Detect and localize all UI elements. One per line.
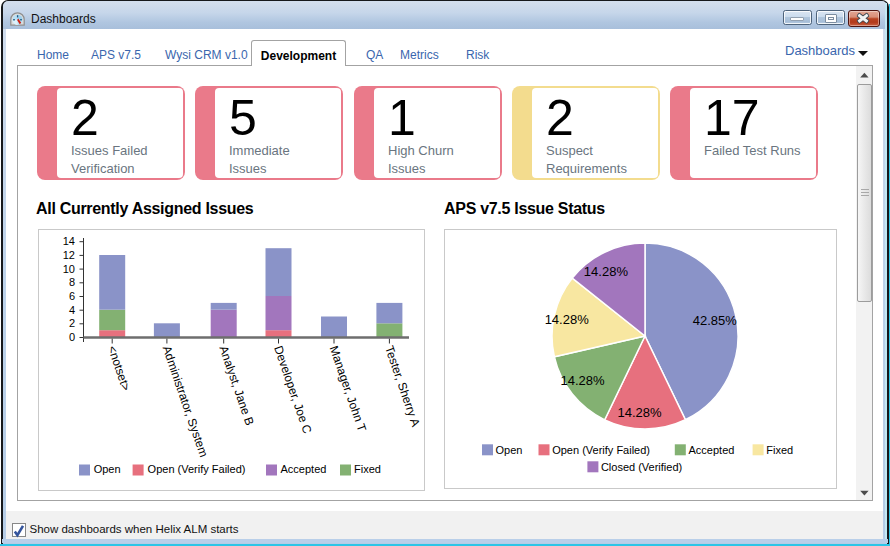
svg-text:Open: Open: [94, 463, 121, 475]
svg-text:Manager, John T: Manager, John T: [327, 344, 370, 434]
svg-text:14.28%: 14.28%: [618, 405, 663, 420]
svg-text:Tester, Sherry A: Tester, Sherry A: [382, 344, 423, 429]
svg-text:Closed (Verified): Closed (Verified): [601, 461, 682, 473]
svg-text:8: 8: [69, 276, 75, 288]
svg-text:10: 10: [63, 263, 75, 275]
svg-text:Open (Verify Failed): Open (Verify Failed): [552, 444, 650, 456]
svg-text:14.28%: 14.28%: [545, 312, 590, 327]
svg-text:Accepted: Accepted: [281, 463, 327, 475]
svg-text:4: 4: [69, 304, 75, 316]
svg-text:Fixed: Fixed: [354, 463, 381, 475]
svg-text:6: 6: [69, 290, 75, 302]
svg-text:14: 14: [63, 235, 75, 247]
svg-text:14.28%: 14.28%: [560, 373, 605, 388]
svg-text:Accepted: Accepted: [689, 444, 735, 456]
svg-text:Open: Open: [496, 444, 523, 456]
svg-text:0: 0: [69, 331, 75, 343]
svg-text:Open (Verify Failed): Open (Verify Failed): [148, 463, 246, 475]
svg-text:12: 12: [63, 249, 75, 261]
svg-text:14.28%: 14.28%: [584, 264, 629, 279]
svg-text:Fixed: Fixed: [766, 444, 793, 456]
svg-text:Developer, Joe C: Developer, Joe C: [271, 344, 314, 436]
svg-text:2: 2: [69, 317, 75, 329]
svg-text:42.85%: 42.85%: [693, 313, 738, 328]
svg-text:Analyst, Jane B: Analyst, Jane B: [216, 344, 256, 427]
svg-text:Administrator, System: Administrator, System: [160, 344, 211, 459]
svg-text:<notset>: <notset>: [105, 344, 133, 393]
